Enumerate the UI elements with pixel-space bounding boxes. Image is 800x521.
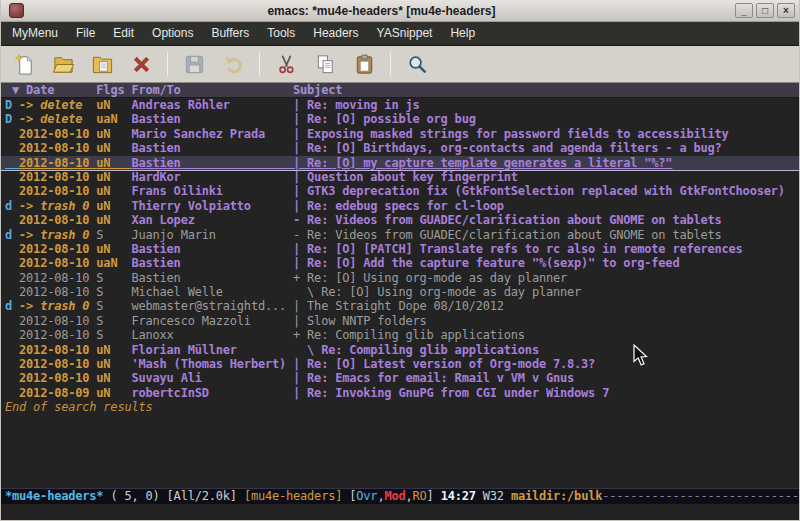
message-row[interactable]: D -> delete uN Andreas Röhler | Re: movi… (1, 98, 799, 112)
date-cell: 2012-08-10 (19, 213, 96, 227)
new-file-icon (13, 53, 36, 76)
kill-buffer-button[interactable] (128, 50, 154, 78)
message-row[interactable]: 2012-08-10 S Bastien + Re: [O] Using org… (1, 271, 799, 285)
menu-item-tools[interactable]: Tools (258, 22, 304, 45)
cut-icon (275, 53, 298, 76)
mark-cell: d (5, 199, 19, 213)
end-of-results: End of search results (1, 400, 799, 414)
subject-cell: | Re: [O] my capture template generates … (293, 156, 672, 170)
from-cell: Bastien (131, 256, 293, 270)
from-cell: Bastien (131, 242, 293, 256)
message-row[interactable]: 2012-08-10 uN Frans Oilinki | GTK3 depre… (1, 184, 799, 198)
app-icon[interactable] (9, 3, 24, 18)
mark-cell (5, 328, 19, 342)
message-row[interactable]: d -> trash 0 S webmaster@straightd... | … (1, 299, 799, 313)
headers-buffer: ▼ Date Flgs From/To Subject D -> delete … (1, 83, 799, 488)
message-row[interactable]: d -> trash 0 uN Thierry Volpiatto | Re: … (1, 199, 799, 213)
menu-item-help[interactable]: Help (441, 22, 484, 45)
mark-cell: d (5, 299, 19, 313)
subject-cell: + Re: Compiling glib applications (293, 328, 525, 342)
message-row[interactable]: 2012-08-10 uN Suvayu Ali | Re: Emacs for… (1, 371, 799, 385)
column-header-flags[interactable]: Flgs (96, 83, 131, 97)
from-cell: 'Mash (Thomas Herbert) (131, 357, 293, 371)
message-row[interactable]: 2012-08-10 uaN Bastien | Re: [O] Add the… (1, 256, 799, 270)
header-lead (5, 83, 12, 97)
maximize-button[interactable]: □ (756, 3, 774, 18)
column-header-date[interactable]: ▼ Date (12, 83, 96, 97)
from-cell: Andreas Röhler (131, 98, 293, 112)
menu-item-buffers[interactable]: Buffers (202, 22, 258, 45)
mark-cell (5, 127, 19, 141)
toolbar-separator (259, 52, 260, 76)
flags-cell: uN (96, 199, 131, 213)
flags-cell: uN (96, 343, 131, 357)
date-cell: 2012-08-10 (19, 328, 96, 342)
message-row[interactable]: 2012-08-10 uN Bastien | Re: [O] Birthday… (1, 141, 799, 155)
minimize-button[interactable]: _ (735, 3, 753, 18)
message-row[interactable]: 2012-08-10 uN Mario Sanchez Prada | Expo… (1, 127, 799, 141)
date-cell: -> delete (19, 98, 96, 112)
flags-cell: uN (96, 386, 131, 400)
from-cell: HardKor (131, 170, 293, 184)
flags-cell: uN (96, 357, 131, 371)
column-header-subject[interactable]: Subject (293, 83, 342, 97)
modeline-ovr: Ovr (356, 489, 377, 503)
message-row[interactable]: 2012-08-10 S Lanoxx + Re: Compiling glib… (1, 328, 799, 342)
message-row[interactable]: 2012-08-10 uN 'Mash (Thomas Herbert) | R… (1, 357, 799, 371)
open-file-button[interactable] (50, 50, 76, 78)
message-list: D -> delete uN Andreas Röhler | Re: movi… (1, 98, 799, 400)
message-row[interactable]: 2012-08-10 S Francesco Mazzoli | Slow NN… (1, 314, 799, 328)
flags-cell: uN (96, 213, 131, 227)
message-row[interactable]: 2012-08-10 uN Bastien | Re: [O] my captu… (1, 156, 799, 170)
message-row[interactable]: 2012-08-10 uN Xan Lopez - Re: Videos fro… (1, 213, 799, 227)
dired-icon (91, 53, 114, 76)
menu-item-options[interactable]: Options (143, 22, 202, 45)
echo-area[interactable] (1, 504, 799, 520)
message-row[interactable]: 2012-08-10 uN Florian Müllner \ Re: Comp… (1, 343, 799, 357)
close-button[interactable]: × (777, 3, 795, 18)
date-cell: 2012-08-10 (19, 242, 96, 256)
cut-button[interactable] (273, 50, 299, 78)
message-row[interactable]: 2012-08-09 uN robertcInSD | Re: Invoking… (1, 386, 799, 400)
menubar: MyMenuFileEditOptionsBuffersToolsHeaders… (1, 22, 799, 46)
menu-item-headers[interactable]: Headers (304, 22, 367, 45)
modeline-mode: [mu4e-headers] (244, 489, 342, 503)
paste-button[interactable] (351, 50, 377, 78)
menu-item-edit[interactable]: Edit (104, 22, 143, 45)
mark-cell (5, 256, 19, 270)
mouse-cursor (633, 344, 649, 368)
modeline-plain: [ (342, 489, 356, 503)
new-file-button[interactable] (11, 50, 37, 78)
menu-item-yasnippet[interactable]: YASnippet (368, 22, 442, 45)
mark-cell: d (5, 228, 19, 242)
search-button[interactable] (404, 50, 430, 78)
from-cell: Suvayu Ali (131, 371, 293, 385)
toolbar-separator (390, 52, 391, 76)
subject-cell: | Re: edebug specs for cl-loop (293, 199, 504, 213)
message-row[interactable]: 2012-08-10 uN Bastien | Re: [O] [PATCH] … (1, 242, 799, 256)
date-cell: 2012-08-10 (19, 127, 96, 141)
mark-cell: D (5, 112, 19, 126)
copy-button[interactable] (312, 50, 338, 78)
date-cell: -> trash 0 (19, 228, 96, 242)
search-icon (406, 53, 429, 76)
message-row[interactable]: 2012-08-10 uN HardKor | Question about k… (1, 170, 799, 184)
menu-item-file[interactable]: File (67, 22, 104, 45)
subject-cell: | The Straight Dope 08/10/2012 (293, 299, 504, 313)
column-header-from[interactable]: From/To (131, 83, 293, 97)
dired-button[interactable] (89, 50, 115, 78)
subject-cell: - Re: Videos from GUADEC/clarification a… (293, 213, 722, 227)
subject-cell: | Re: [O] Add the capture feature "%(sex… (293, 256, 679, 270)
mode-line: *mu4e-headers* ( 5, 0) [All/2.0k] [mu4e-… (1, 488, 799, 504)
menu-item-mymenu[interactable]: MyMenu (3, 22, 67, 45)
message-row[interactable]: D -> delete uaN Bastien | Re: [O] possib… (1, 112, 799, 126)
flags-cell: uaN (96, 256, 131, 270)
from-cell: Florian Müllner (131, 343, 293, 357)
window-title: emacs: *mu4e-headers* [mu4e-headers] (28, 4, 735, 18)
from-cell: Bastien (131, 156, 293, 170)
message-row[interactable]: d -> trash 0 S Juanjo Marin - Re: Videos… (1, 228, 799, 242)
mark-cell (5, 386, 19, 400)
message-row[interactable]: 2012-08-10 S Michael Welle \ Re: [O] Usi… (1, 285, 799, 299)
subject-cell: | Re: [O] Birthdays, org-contacts and ag… (293, 141, 722, 155)
subject-cell: | Re: [O] [PATCH] Translate refs to rc a… (293, 242, 743, 256)
